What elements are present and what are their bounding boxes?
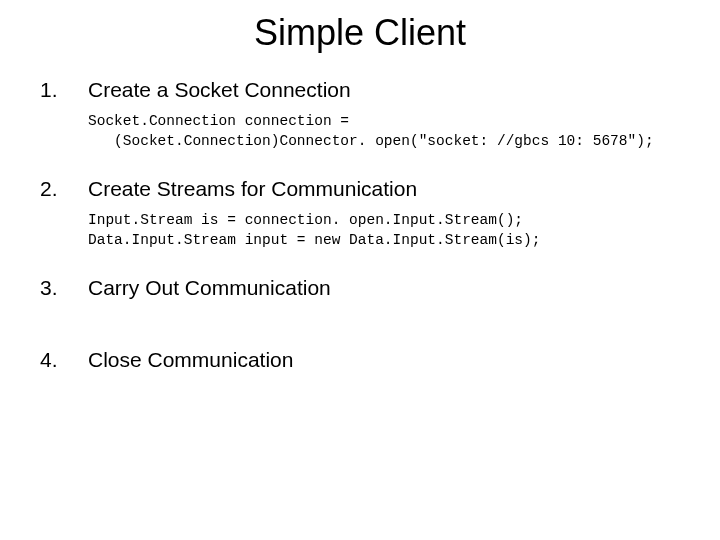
list-item: 1. Create a Socket Connection Socket.Con… [40, 78, 680, 151]
list-item: 4. Close Communication [40, 348, 680, 372]
list-item-row: 2. Create Streams for Communication [40, 177, 680, 201]
item-heading: Close Communication [88, 348, 293, 372]
list-item-row: 1. Create a Socket Connection [40, 78, 680, 102]
list-item-row: 3. Carry Out Communication [40, 276, 680, 300]
slide: Simple Client 1. Create a Socket Connect… [0, 0, 720, 540]
code-block: Socket.Connection connection = (Socket.C… [88, 112, 680, 151]
slide-title: Simple Client [40, 12, 680, 54]
item-number: 4. [40, 348, 88, 372]
item-heading: Create Streams for Communication [88, 177, 417, 201]
item-number: 2. [40, 177, 88, 201]
list-item: 3. Carry Out Communication [40, 276, 680, 300]
code-block: Input.Stream is = connection. open.Input… [88, 211, 680, 250]
item-heading: Carry Out Communication [88, 276, 331, 300]
item-number: 1. [40, 78, 88, 102]
list-item-row: 4. Close Communication [40, 348, 680, 372]
item-heading: Create a Socket Connection [88, 78, 351, 102]
list-item: 2. Create Streams for Communication Inpu… [40, 177, 680, 250]
item-number: 3. [40, 276, 88, 300]
